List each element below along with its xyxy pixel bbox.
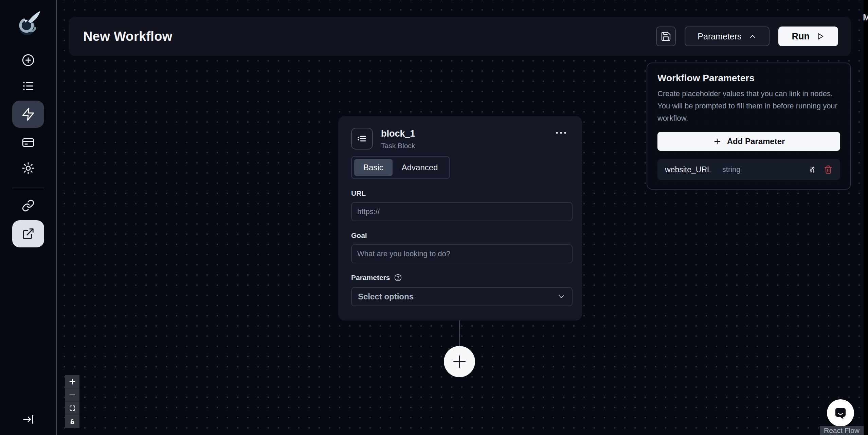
parameter-type: string xyxy=(722,165,741,174)
link-icon xyxy=(22,199,35,212)
ellipsis-icon xyxy=(555,130,567,135)
parameter-row: website_URL string xyxy=(657,159,840,180)
sidebar-item-billing[interactable] xyxy=(12,131,44,154)
sidebar-item-workflows[interactable] xyxy=(12,101,44,128)
chevron-down-icon xyxy=(557,292,566,301)
header-actions: Parameters Run xyxy=(656,27,838,46)
sidebar-item-create[interactable] xyxy=(12,49,44,71)
plus-icon xyxy=(713,137,722,146)
zoom-out-button[interactable] xyxy=(65,388,79,402)
sidebar-divider xyxy=(12,188,44,188)
fit-view-icon xyxy=(69,405,76,412)
canvas-controls xyxy=(65,375,79,428)
block-icon-box xyxy=(351,128,373,150)
tab-basic[interactable]: Basic xyxy=(354,159,393,176)
add-parameter-label: Add Parameter xyxy=(727,137,785,146)
run-button[interactable]: Run xyxy=(778,27,838,46)
plus-circle-icon xyxy=(21,53,35,67)
task-block-node[interactable]: block_1 Task Block Basic Advanced URL Go… xyxy=(338,116,582,320)
sidebar-collapse-button[interactable] xyxy=(21,413,35,426)
minus-icon xyxy=(69,391,76,399)
credit-card-icon xyxy=(21,136,35,149)
zoom-in-button[interactable] xyxy=(65,375,79,388)
sidebar-nav xyxy=(12,49,44,251)
floppy-disk-icon xyxy=(661,31,671,42)
block-menu-button[interactable] xyxy=(553,128,569,137)
save-button[interactable] xyxy=(656,27,676,46)
run-button-label: Run xyxy=(792,31,810,42)
add-node-button[interactable] xyxy=(444,346,475,377)
sidebar-item-settings[interactable] xyxy=(12,157,44,179)
workflow-title: New Workflow xyxy=(83,29,173,44)
play-icon xyxy=(816,32,825,41)
lock-button[interactable] xyxy=(65,415,79,428)
node-connector-edge xyxy=(459,320,460,347)
lightning-icon xyxy=(21,107,35,121)
parameters-button-label: Parameters xyxy=(698,32,741,41)
trash-icon[interactable] xyxy=(824,165,833,174)
tab-advanced[interactable]: Advanced xyxy=(393,159,447,176)
chat-bubble-icon xyxy=(833,405,848,421)
sidebar xyxy=(0,0,57,435)
chat-button[interactable] xyxy=(827,399,854,427)
add-parameter-button[interactable]: Add Parameter xyxy=(657,132,840,151)
help-circle-icon[interactable] xyxy=(394,274,402,282)
block-tabs: Basic Advanced xyxy=(351,156,450,179)
plus-icon xyxy=(69,378,76,385)
parameters-label-text: Parameters xyxy=(351,274,390,282)
lock-icon xyxy=(69,419,75,425)
plus-icon xyxy=(451,353,468,370)
edge-partial-text: M xyxy=(863,12,868,23)
block-titles: block_1 Task Block xyxy=(381,128,415,150)
parameter-key: website_URL xyxy=(665,165,711,174)
parameters-select[interactable]: Select options xyxy=(351,287,573,306)
panel-description: Create placeholder values that you can l… xyxy=(657,88,840,124)
dragon-logo-icon xyxy=(13,10,43,39)
list-icon xyxy=(21,79,35,93)
chevron-up-icon xyxy=(748,32,757,40)
parameter-row-actions xyxy=(808,165,833,174)
sliders-icon[interactable] xyxy=(808,165,816,174)
parameters-toggle-button[interactable]: Parameters xyxy=(685,27,769,46)
block-header: block_1 Task Block xyxy=(351,128,569,150)
external-link-icon xyxy=(22,227,35,240)
parameters-label: Parameters xyxy=(351,274,569,282)
goal-input[interactable] xyxy=(351,244,573,263)
screen-edge-strip: M xyxy=(864,0,868,435)
gear-icon xyxy=(21,161,35,175)
goal-label: Goal xyxy=(351,231,569,240)
sidebar-item-integrations[interactable] xyxy=(12,194,44,217)
workflow-editor: New Workflow Parameters Run xyxy=(0,0,868,435)
sidebar-item-external[interactable] xyxy=(12,220,44,247)
sidebar-item-runs[interactable] xyxy=(12,75,44,97)
list-icon xyxy=(356,133,368,145)
app-logo[interactable] xyxy=(12,8,44,41)
fit-view-button[interactable] xyxy=(65,402,79,415)
block-type-label: Task Block xyxy=(381,142,415,150)
url-input[interactable] xyxy=(351,202,573,221)
header-bar: New Workflow Parameters Run xyxy=(69,17,851,56)
block-name: block_1 xyxy=(381,128,415,139)
workflow-parameters-panel: Workflow Parameters Create placeholder v… xyxy=(647,63,851,190)
panel-title: Workflow Parameters xyxy=(657,73,840,84)
url-label: URL xyxy=(351,189,569,197)
parameters-select-value: Select options xyxy=(358,292,414,301)
arrow-right-to-line-icon xyxy=(21,413,35,426)
react-flow-attribution[interactable]: React Flow xyxy=(820,426,864,435)
